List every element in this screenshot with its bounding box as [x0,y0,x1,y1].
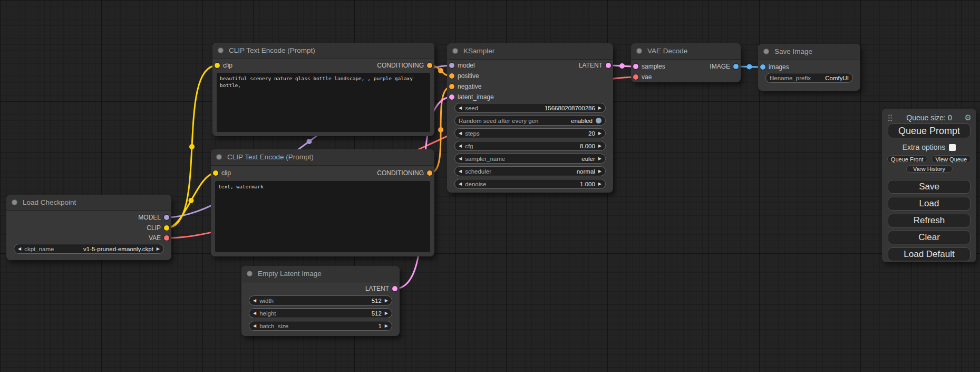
input-dot-vae[interactable] [633,74,638,80]
node-empty-latent-image[interactable]: Empty Latent ImageLATENT◀width512▶◀heigh… [241,266,400,336]
widget-steps[interactable]: ◀steps20▶ [454,128,606,138]
view-queue-button[interactable]: View Queue [932,155,972,163]
widget-sampler_name[interactable]: ◀sampler_nameeuler▶ [454,154,606,164]
output-slot-CONDITIONING: CONDITIONING [212,60,434,71]
node-vae-decode[interactable]: VAE DecodesamplesvaeIMAGE [631,43,741,82]
link-midpoint-dot-negative-conditioning [438,127,443,132]
node-title-text: VAE Decode [647,47,687,55]
decrement-arrow-icon[interactable]: ◀ [459,106,462,110]
queue-action-buttons: SaveLoadRefreshClearLoad Default [888,180,971,261]
node-title-text: Empty Latent Image [258,270,322,278]
output-slot-label: LATENT [579,62,603,69]
widget-label: Random seed after every gen [459,118,539,124]
node-ksampler[interactable]: KSamplermodelpositivenegativelatent_imag… [447,43,613,193]
widget-label: filename_prefix [770,75,811,81]
extra-options-checkbox[interactable] [949,144,956,151]
refresh-button[interactable]: Refresh [888,214,971,227]
queue-size-label: Queue size: 0 [906,113,952,122]
widget-ckpt_name[interactable]: ◀ckpt_namev1-5-pruned-emaonly.ckpt▶ [14,244,164,254]
load-button[interactable]: Load [888,197,971,211]
view-history-button[interactable]: View History [906,165,953,173]
save-button[interactable]: Save [888,180,971,194]
output-slot-label: CONDITIONING [377,62,424,69]
widget-denoise[interactable]: ◀denoise1.000▶ [454,179,606,189]
collapse-dot-icon[interactable] [218,47,224,53]
widget-random-seed-after-every-gen[interactable]: Random seed after every genenabled [454,116,606,126]
decrement-arrow-icon[interactable]: ◀ [459,169,462,174]
node-title-bar: CLIP Text Encode (Prompt) [211,149,434,166]
node-title-text: KSampler [463,47,494,55]
queue-panel[interactable]: Queue size: 0⚙Queue PromptExtra optionsQ… [882,109,976,262]
input-dot-negative[interactable] [449,84,454,89]
decrement-arrow-icon[interactable]: ◀ [459,157,462,161]
queue-panel-header: Queue size: 0⚙ [882,113,976,122]
increment-arrow-icon[interactable]: ▶ [157,247,160,251]
output-dot-VAE[interactable] [164,235,169,241]
input-dot-images[interactable] [760,64,765,70]
widget-label: width [259,298,274,304]
node-clip-text-encode-negative[interactable]: CLIP Text Encode (Prompt)clipCONDITIONIN… [211,149,434,256]
node-graph-canvas[interactable]: Load CheckpointMODELCLIPVAE◀ckpt_namev1-… [0,0,980,372]
node-load-checkpoint[interactable]: Load CheckpointMODELCLIPVAE◀ckpt_namev1-… [6,195,171,260]
queue-front-button[interactable]: Queue Front [887,155,927,163]
widget-cfg[interactable]: ◀cfg8.000▶ [454,141,606,151]
increment-arrow-icon[interactable]: ▶ [598,157,601,161]
output-slot-CLIP: CLIP [6,223,171,233]
input-dot-positive[interactable] [449,73,454,79]
increment-arrow-icon[interactable]: ▶ [385,299,388,303]
increment-arrow-icon[interactable]: ▶ [598,144,601,148]
widget-batch_size[interactable]: ◀batch_size1▶ [249,321,392,331]
collapse-dot-icon[interactable] [216,154,222,160]
node-clip-text-encode-positive[interactable]: CLIP Text Encode (Prompt)clipCONDITIONIN… [212,43,434,136]
input-slot-negative: negative [447,81,613,92]
output-slot-MODEL: MODEL [6,212,171,223]
increment-arrow-icon[interactable]: ▶ [598,182,601,186]
decrement-arrow-icon[interactable]: ◀ [459,131,462,136]
output-dot-LATENT[interactable] [606,63,611,68]
decrement-arrow-icon[interactable]: ◀ [459,144,462,148]
load-default-button[interactable]: Load Default [888,247,971,261]
extra-options-row: Extra options [882,142,976,152]
output-dot-CONDITIONING[interactable] [427,63,432,68]
link-midpoint-dot-latent-to-vae-decode [619,63,625,69]
collapse-dot-icon[interactable] [452,48,458,54]
collapse-dot-icon[interactable] [763,49,769,54]
drag-handle-icon[interactable] [888,114,892,121]
collapse-dot-icon[interactable] [12,199,17,205]
output-dot-MODEL[interactable] [164,215,169,220]
widget-value: 20 [588,130,595,137]
decrement-arrow-icon[interactable]: ◀ [459,182,462,186]
queue-prompt-button[interactable]: Queue Prompt [888,123,971,138]
decrement-arrow-icon[interactable]: ◀ [18,247,21,251]
widget-filename_prefix[interactable]: filename_prefixComfyUI [765,73,853,83]
output-dot-CLIP[interactable] [164,225,169,231]
settings-gear-icon[interactable]: ⚙ [965,113,972,122]
widget-value: v1-5-pruned-emaonly.ckpt [83,246,153,252]
widget-height[interactable]: ◀height512▶ [249,308,392,318]
decrement-arrow-icon[interactable]: ◀ [253,299,256,303]
node-save-image[interactable]: Save Imageimagesfilename_prefixComfyUI [758,44,860,91]
increment-arrow-icon[interactable]: ▶ [385,311,388,316]
increment-arrow-icon[interactable]: ▶ [598,169,601,174]
increment-arrow-icon[interactable]: ▶ [385,324,388,328]
decrement-arrow-icon[interactable]: ◀ [253,324,256,328]
prompt-textarea[interactable]: beautiful scenery nature glass bottle la… [217,73,430,132]
toggle-knob-icon[interactable] [596,118,601,123]
widget-seed[interactable]: ◀seed156680208700286▶ [454,103,606,113]
output-dot-IMAGE[interactable] [733,64,739,69]
increment-arrow-icon[interactable]: ▶ [598,106,601,110]
collapse-dot-icon[interactable] [247,271,253,276]
input-slot-label: positive [458,72,479,80]
prompt-textarea[interactable]: text, watermark [215,181,430,252]
increment-arrow-icon[interactable]: ▶ [598,131,601,136]
output-dot-CONDITIONING[interactable] [427,170,432,176]
widget-width[interactable]: ◀width512▶ [249,295,392,306]
output-dot-LATENT[interactable] [392,286,397,291]
widget-scheduler[interactable]: ◀schedulernormal▶ [454,166,606,176]
decrement-arrow-icon[interactable]: ◀ [253,311,256,316]
widget-value: 8.000 [580,143,595,149]
input-dot-latent_image[interactable] [449,94,454,100]
output-slot-label: CLIP [147,224,161,232]
collapse-dot-icon[interactable] [636,48,642,54]
clear-button[interactable]: Clear [888,231,971,244]
